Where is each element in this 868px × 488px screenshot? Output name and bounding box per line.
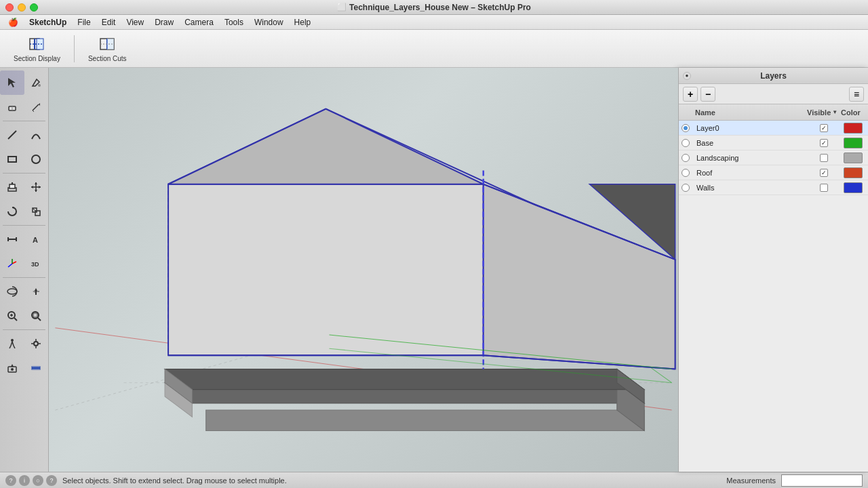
svg-line-38 (8, 264, 12, 267)
panel-title: Layers (760, 71, 787, 81)
paint-tool[interactable] (24, 70, 49, 95)
add-layer-button[interactable]: + (683, 87, 698, 102)
walls-visible[interactable] (807, 184, 841, 192)
move-tool[interactable] (24, 175, 49, 199)
menu-tools[interactable]: Tools (219, 15, 249, 30)
landscaping-color[interactable] (841, 152, 865, 163)
tool-row-3 (0, 123, 48, 147)
look-around-tool[interactable] (24, 331, 49, 356)
push-pull-tool[interactable] (0, 175, 24, 199)
base-name: Base (695, 139, 807, 147)
landscaping-visibility-checkbox[interactable] (820, 154, 828, 162)
orbit-tool[interactable] (0, 279, 24, 304)
layer0-visible[interactable] (807, 124, 841, 132)
tool-row-10 (0, 304, 48, 328)
roof-radio[interactable] (682, 169, 690, 177)
traffic-lights (5, 3, 38, 12)
menu-file[interactable]: File (72, 15, 96, 30)
circle-tool[interactable] (24, 147, 49, 171)
viewport-canvas[interactable] (49, 68, 678, 472)
layer0-radio[interactable] (682, 124, 690, 132)
minimize-button[interactable] (18, 3, 26, 12)
layer-row-walls[interactable]: Walls (679, 180, 868, 195)
zoom-extents-tool[interactable] (24, 304, 49, 328)
status-icon-4[interactable]: ? (46, 475, 57, 486)
layer-row-landscaping[interactable]: Landscaping (679, 150, 868, 165)
base-color[interactable] (841, 138, 865, 148)
status-icon-1[interactable]: ? (5, 475, 16, 486)
measurements-input[interactable] (781, 474, 863, 487)
section-display-button[interactable]: Section Display (8, 32, 66, 65)
rotate-tool[interactable] (0, 199, 24, 224)
maximize-button[interactable] (30, 3, 38, 12)
axes-tool[interactable] (0, 251, 24, 276)
eraser-tool[interactable] (0, 95, 24, 119)
svg-marker-13 (39, 103, 40, 106)
walls-color-swatch[interactable] (844, 182, 863, 193)
roof-color[interactable] (841, 167, 865, 178)
3dtext-tool[interactable]: 3D (24, 251, 49, 276)
pan-tool[interactable] (24, 279, 49, 304)
line-tool[interactable] (0, 123, 24, 147)
status-icon-2[interactable]: i (19, 475, 30, 486)
panel-close-button[interactable]: ● (683, 72, 691, 80)
rect-tool[interactable] (0, 147, 24, 171)
status-icon-3[interactable]: ○ (33, 475, 43, 486)
menu-window[interactable]: Window (249, 15, 289, 30)
svg-line-12 (33, 104, 39, 110)
tool-row-6 (0, 199, 48, 224)
layer-row-base[interactable]: Base (679, 136, 868, 150)
menu-draw[interactable]: Draw (149, 15, 179, 30)
remove-layer-button[interactable]: − (701, 87, 715, 102)
tool-row-5 (0, 175, 48, 199)
select-tool[interactable] (0, 70, 24, 95)
walls-visibility-checkbox[interactable] (820, 184, 828, 192)
column-header-visible: Visible ▼ (807, 108, 841, 117)
close-button[interactable] (5, 3, 14, 12)
layer-row-roof[interactable]: Roof (679, 165, 868, 180)
menu-view[interactable]: View (121, 15, 149, 30)
layer0-color-swatch[interactable] (844, 123, 863, 134)
svg-rect-30 (35, 211, 40, 216)
base-visibility-checkbox[interactable] (820, 139, 828, 147)
apple-menu[interactable]: 🍎 (3, 15, 24, 30)
landscaping-color-swatch[interactable] (844, 152, 863, 163)
svg-point-9 (38, 84, 41, 87)
base-color-swatch[interactable] (844, 138, 863, 148)
section-display-icon (27, 35, 46, 54)
layer0-visibility-checkbox[interactable] (820, 124, 828, 132)
base-radio[interactable] (682, 139, 690, 147)
layer-options-button[interactable]: ≡ (849, 87, 864, 102)
left-toolbar: A 3D (0, 68, 49, 472)
arc-tool[interactable] (24, 123, 49, 147)
pencil-tool[interactable] (24, 95, 49, 119)
roof-visibility-checkbox[interactable] (820, 169, 828, 177)
menu-help[interactable]: Help (289, 15, 317, 30)
walk-tool[interactable] (0, 331, 24, 356)
svg-marker-75 (168, 184, 484, 356)
svg-marker-8 (8, 78, 16, 87)
landscaping-radio[interactable] (682, 154, 690, 162)
layer-row-layer0[interactable]: Layer0 (679, 121, 868, 136)
menu-camera[interactable]: Camera (179, 15, 219, 30)
position-camera-tool[interactable] (0, 356, 24, 380)
svg-rect-47 (33, 313, 37, 317)
panel-header: ● Layers (679, 68, 868, 84)
landscaping-visible[interactable] (807, 154, 841, 162)
text-tool[interactable]: A (24, 227, 49, 251)
walls-color[interactable] (841, 182, 865, 193)
layer0-color[interactable] (841, 123, 865, 134)
section-cuts-button[interactable]: Section Cuts (83, 32, 132, 65)
menu-sketchup[interactable]: SketchUp (24, 15, 72, 30)
tape-tool[interactable] (0, 227, 24, 251)
roof-visible[interactable] (807, 169, 841, 177)
layer0-name: Layer0 (695, 124, 807, 132)
roof-color-swatch[interactable] (844, 167, 863, 178)
menu-edit[interactable]: Edit (96, 15, 121, 30)
zoom-tool[interactable] (0, 304, 24, 328)
scale-tool[interactable] (24, 199, 49, 224)
base-visible[interactable] (807, 139, 841, 147)
walls-radio[interactable] (682, 184, 690, 192)
section-plane-tool[interactable] (24, 356, 49, 380)
svg-point-59 (11, 368, 14, 371)
